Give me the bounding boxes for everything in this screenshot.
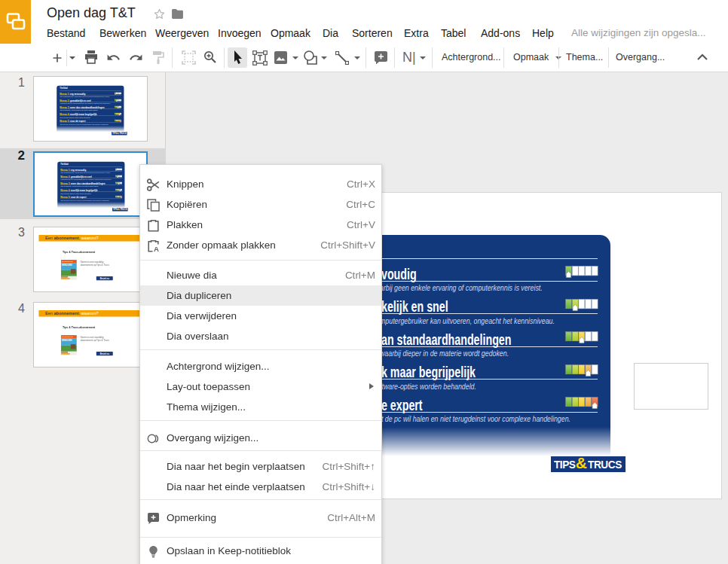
svg-text:A: A xyxy=(154,245,159,252)
